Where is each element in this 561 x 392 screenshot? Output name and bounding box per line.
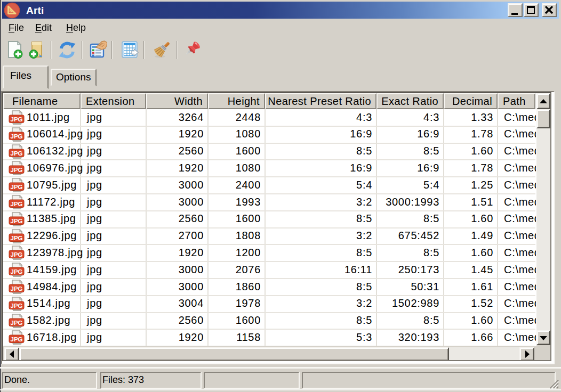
svg-text:JPG: JPG xyxy=(10,150,22,157)
svg-text:JPG: JPG xyxy=(10,167,22,173)
svg-text:JPG: JPG xyxy=(10,251,22,258)
svg-text:JPG: JPG xyxy=(10,303,22,309)
svg-text:JPG: JPG xyxy=(10,235,22,241)
svg-text:JPG: JPG xyxy=(10,116,22,123)
svg-text:JPG: JPG xyxy=(10,268,22,275)
svg-text:JPG: JPG xyxy=(10,184,22,190)
svg-text:JPG: JPG xyxy=(10,201,22,207)
svg-text:JPG: JPG xyxy=(10,320,22,326)
svg-text:JPG: JPG xyxy=(10,336,22,342)
svg-text:JPG: JPG xyxy=(10,133,22,140)
svg-text:JPG: JPG xyxy=(10,285,22,292)
svg-text:JPG: JPG xyxy=(10,218,22,224)
